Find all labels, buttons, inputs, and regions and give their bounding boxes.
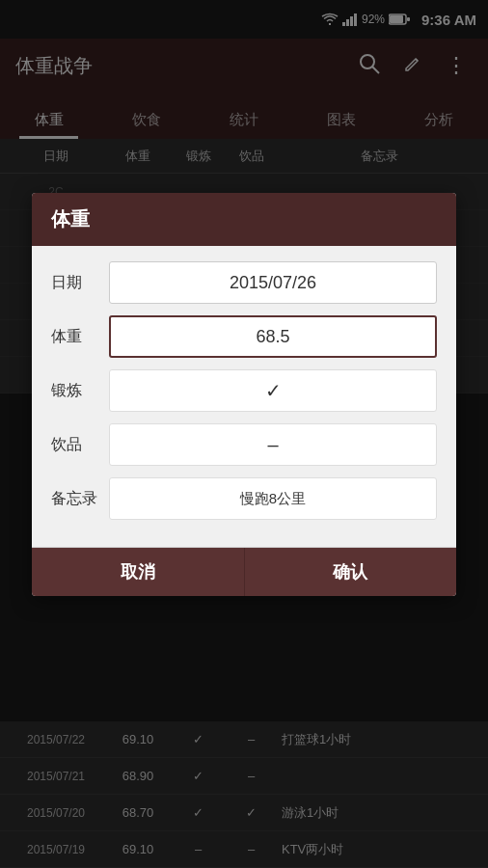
drink-label: 饮品 [51, 435, 109, 455]
dialog-weight-row: 体重 [51, 315, 437, 358]
dialog-overlay: 体重 日期 体重 锻炼 ✓ [0, 0, 488, 868]
dialog-drink-row: 饮品 – [51, 423, 437, 466]
weight-input-wrap [109, 315, 437, 358]
note-input-wrap: 慢跑8公里 [109, 477, 437, 520]
dialog-actions: 取消 确认 [32, 547, 456, 596]
dialog: 体重 日期 体重 锻炼 ✓ [32, 193, 456, 596]
weight-label: 体重 [51, 327, 109, 347]
note-label: 备忘录 [51, 489, 109, 509]
dialog-note-row: 备忘录 慢跑8公里 [51, 477, 437, 520]
dialog-body: 日期 体重 锻炼 ✓ 饮品 [32, 246, 456, 547]
dialog-title-bar: 体重 [32, 193, 456, 246]
cancel-button[interactable]: 取消 [32, 548, 245, 596]
dialog-date-row: 日期 [51, 261, 437, 304]
confirm-button[interactable]: 确认 [245, 548, 457, 596]
exercise-input-wrap[interactable]: ✓ [109, 369, 437, 412]
dialog-exercise-row: 锻炼 ✓ [51, 369, 437, 412]
dialog-title: 体重 [51, 208, 90, 230]
date-label: 日期 [51, 273, 109, 293]
note-value[interactable]: 慢跑8公里 [109, 477, 437, 520]
drink-input-wrap[interactable]: – [109, 423, 437, 466]
date-input[interactable] [109, 261, 437, 304]
exercise-value[interactable]: ✓ [109, 369, 437, 412]
date-input-wrap [109, 261, 437, 304]
exercise-label: 锻炼 [51, 381, 109, 401]
weight-input[interactable] [109, 315, 437, 358]
drink-value[interactable]: – [109, 423, 437, 466]
